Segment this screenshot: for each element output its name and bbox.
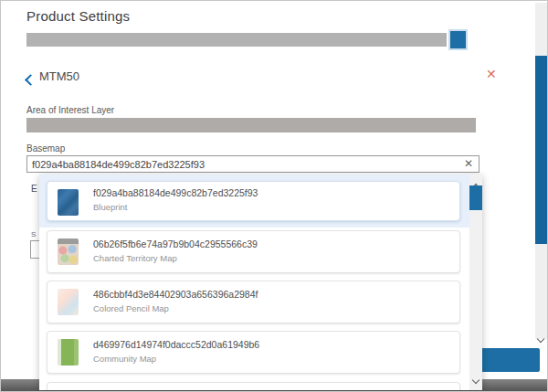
basemap-thumbnail bbox=[58, 289, 79, 315]
basemap-name: Blueprint bbox=[93, 202, 128, 212]
list-item[interactable]: f029a4ba88184de499c82b7ed3225f93 Bluepri… bbox=[47, 181, 460, 221]
basemap-id: f029a4ba88184de499c82b7ed3225f93 bbox=[93, 187, 258, 198]
save-button[interactable] bbox=[480, 348, 540, 372]
clear-input-icon[interactable]: ✕ bbox=[464, 158, 473, 169]
list-item-partial[interactable] bbox=[47, 382, 460, 390]
slider-track[interactable] bbox=[26, 33, 447, 47]
list-item[interactable]: 486cbbf4d3e84402903a656396a2984f Colored… bbox=[47, 281, 460, 323]
aoi-layer-input[interactable] bbox=[26, 118, 476, 132]
list-item[interactable]: d469976d14974f0daccc52d0a61949b6 Communi… bbox=[47, 331, 460, 374]
basemap-name: Charted Territory Map bbox=[93, 253, 177, 263]
list-item[interactable]: 06b26f5fb6e74a97b9b04c2955566c39 Charted… bbox=[47, 230, 460, 273]
dropdown-scrollbar-track[interactable] bbox=[469, 175, 482, 390]
back-chevron-icon bbox=[25, 74, 37, 86]
scroll-down-icon[interactable] bbox=[473, 370, 479, 387]
basemap-name: Community Map bbox=[93, 354, 156, 364]
aoi-layer-label: Area of Interest Layer bbox=[26, 105, 114, 115]
basemap-thumbnail bbox=[58, 339, 79, 366]
product-settings-window: Product Settings MTM50 ✕ Area of Interes… bbox=[0, 0, 548, 392]
basemap-thumbnail bbox=[58, 238, 79, 265]
basemap-label: Basemap bbox=[26, 143, 65, 154]
basemap-dropdown: f029a4ba88184de499c82b7ed3225f93 Bluepri… bbox=[39, 175, 482, 390]
slider-handle[interactable] bbox=[450, 31, 466, 48]
hidden-field-label-fragment: E bbox=[31, 184, 37, 194]
close-icon[interactable]: ✕ bbox=[486, 68, 497, 80]
basemap-name: Colored Pencil Map bbox=[93, 303, 169, 313]
window-scrollbar-thumb[interactable] bbox=[535, 56, 547, 244]
scroll-down-icon[interactable] bbox=[538, 329, 543, 345]
basemap-input[interactable] bbox=[26, 155, 480, 173]
back-button[interactable] bbox=[26, 71, 35, 88]
dropdown-scrollbar-thumb[interactable] bbox=[469, 185, 482, 210]
basemap-id: 06b26f5fb6e74a97b9b04c2955566c39 bbox=[93, 238, 258, 249]
basemap-id: d469976d14974f0daccc52d0a61949b6 bbox=[93, 339, 259, 350]
basemap-thumbnail bbox=[58, 189, 79, 216]
page-title: Product Settings bbox=[26, 8, 130, 24]
product-name: MTM50 bbox=[39, 69, 79, 83]
hidden-field-label-fragment-2: S bbox=[31, 230, 36, 238]
basemap-id: 486cbbf4d3e84402903a656396a2984f bbox=[93, 289, 258, 300]
